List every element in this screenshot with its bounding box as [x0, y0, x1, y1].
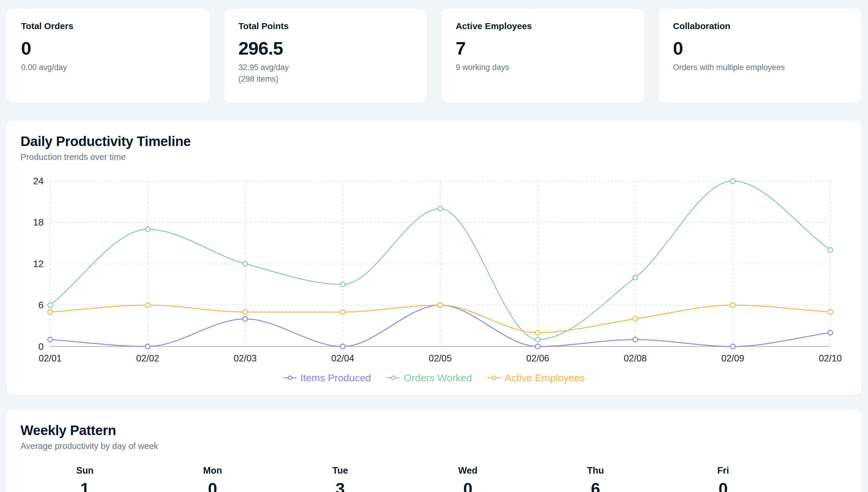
stat-card-collaboration: Collaboration 0 Orders with multiple emp… — [658, 8, 862, 103]
timeline-title: Daily Productivity Timeline — [21, 133, 847, 149]
legend-label: Active Employees — [505, 372, 585, 384]
svg-text:02/02: 02/02 — [136, 353, 160, 364]
svg-text:02/08: 02/08 — [624, 353, 647, 364]
day-name: Wed — [404, 465, 532, 476]
legend-item-orders-worked[interactable]: Orders Worked — [386, 372, 472, 384]
legend-item-items-produced[interactable]: Items Produced — [283, 372, 371, 384]
day-value: 6 — [532, 479, 659, 492]
stat-subtitle: 9 working days — [456, 62, 630, 73]
stat-subtitle: Orders with multiple employees — [673, 62, 847, 73]
day-name: Tue — [276, 465, 404, 476]
svg-text:02/03: 02/03 — [234, 353, 257, 364]
stat-value: 0 — [21, 38, 195, 59]
stat-card-total-points: Total Points 296.5 32.95 avg/day (298 it… — [223, 8, 428, 103]
weekly-day-sun: Sun 1 items/day — [21, 465, 149, 492]
line-series-icon — [283, 374, 297, 381]
stat-subtitle: 32.95 avg/day — [238, 62, 412, 73]
svg-text:24: 24 — [33, 176, 44, 186]
chart-legend: Items Produced Orders Worked Active Empl… — [21, 372, 847, 387]
weekly-pattern-card: Weekly Pattern Average productivity by d… — [6, 409, 862, 492]
productivity-line-chart[interactable]: 0612182402/0102/0202/0302/0402/0502/0602… — [21, 172, 847, 371]
stat-card-total-orders: Total Orders 0 0.00 avg/day — [6, 8, 210, 103]
day-value: 0 — [659, 479, 787, 492]
legend-label: Items Produced — [300, 372, 371, 384]
stat-value: 7 — [456, 38, 630, 59]
day-name: Sun — [21, 465, 149, 476]
svg-text:0: 0 — [38, 341, 44, 352]
weekly-day-mon: Mon 0 items/day — [149, 465, 276, 492]
line-series-icon — [487, 374, 501, 381]
svg-text:02/06: 02/06 — [526, 353, 550, 364]
stats-row: Total Orders 0 0.00 avg/day Total Points… — [6, 8, 862, 103]
stat-title: Active Employees — [456, 21, 630, 31]
timeline-subtitle: Production trends over time — [21, 152, 847, 162]
stat-value: 296.5 — [238, 38, 412, 59]
weekly-title: Weekly Pattern — [21, 422, 847, 438]
stat-title: Total Orders — [21, 21, 195, 31]
day-name: Mon — [149, 465, 276, 476]
stat-title: Total Points — [238, 21, 412, 31]
svg-text:6: 6 — [38, 300, 44, 311]
svg-text:02/09: 02/09 — [721, 353, 745, 364]
day-name: Thu — [532, 465, 659, 476]
day-value: 0 — [149, 479, 276, 492]
svg-text:18: 18 — [33, 217, 44, 228]
day-value: 3 — [276, 479, 404, 492]
weekly-subtitle: Average productivity by day of week — [21, 441, 847, 451]
svg-text:02/05: 02/05 — [429, 353, 452, 364]
svg-text:12: 12 — [33, 259, 44, 269]
svg-text:02/10: 02/10 — [819, 353, 842, 364]
weekly-day-thu: Thu 6 items/day — [532, 465, 659, 492]
day-name: Fri — [659, 465, 787, 476]
svg-text:02/01: 02/01 — [39, 353, 62, 364]
dashboard-page: Total Orders 0 0.00 avg/day Total Points… — [0, 0, 868, 492]
stat-value: 0 — [673, 38, 847, 59]
weekly-day-wed: Wed 0 items/day — [404, 465, 532, 492]
svg-text:02/04: 02/04 — [331, 353, 355, 364]
legend-label: Orders Worked — [404, 372, 472, 384]
stat-title: Collaboration — [673, 21, 847, 31]
line-series-icon — [386, 374, 400, 381]
daily-productivity-card: Daily Productivity Timeline Production t… — [6, 120, 862, 395]
day-value: 0 — [404, 479, 532, 492]
day-value: 1 — [21, 479, 149, 492]
weekly-day-tue: Tue 3 items/day — [276, 465, 404, 492]
stat-subtitle: 0.00 avg/day — [21, 62, 195, 73]
weekly-grid: Sun 1 items/day Mon 0 items/day Tue 3 it… — [21, 465, 847, 492]
stat-card-active-employees: Active Employees 7 9 working days — [440, 8, 645, 103]
stat-subtitle-2: (298 items) — [238, 73, 412, 85]
legend-item-active-employees[interactable]: Active Employees — [487, 372, 585, 384]
weekly-day-fri: Fri 0 items/day — [659, 465, 787, 492]
